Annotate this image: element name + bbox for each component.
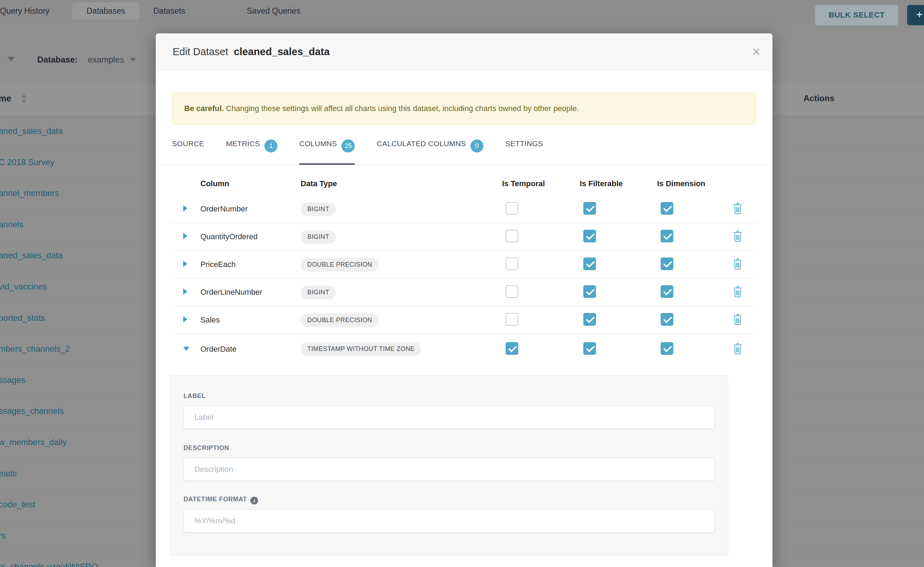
datetime-format-field-label: DATETIME FORMATi (184, 496, 258, 504)
delete-cell (732, 342, 756, 356)
dataset-link[interactable]: aned_sales_data (0, 250, 63, 260)
table-row: OrderLineNumber BIGINT (172, 279, 756, 306)
tab[interactable]: COLUMNS 25 (299, 134, 355, 165)
nav-item[interactable]: Databases (72, 3, 140, 20)
nav-item[interactable]: Query History (0, 0, 50, 22)
delete-cell (732, 202, 756, 216)
is-dimension-checkbox[interactable] (661, 202, 673, 214)
chevron-down-icon[interactable] (8, 57, 15, 61)
label-input[interactable] (184, 406, 715, 429)
screenshot-root: Databases Datasets Saved Queries Query H… (0, 0, 924, 567)
is-filterable-checkbox[interactable] (583, 202, 596, 214)
description-field-label: DESCRIPTION (184, 444, 229, 452)
nav-item-label: Saved Queries (247, 6, 300, 15)
is-temporal-checkbox[interactable] (506, 230, 518, 242)
name-column-header[interactable]: me (0, 93, 11, 104)
close-icon[interactable]: × (748, 44, 765, 60)
is-filterable-checkbox[interactable] (583, 285, 596, 298)
is-dimension-header: Is Dimension (657, 179, 732, 188)
dataset-link[interactable]: annel_members (0, 188, 59, 198)
is-dimension-checkbox[interactable] (661, 342, 673, 355)
trash-icon[interactable] (732, 342, 743, 354)
tab[interactable]: CALCULATED COLUMNS 0 (376, 134, 483, 165)
tab[interactable]: SOURCE (172, 134, 204, 165)
column-name: OrderDate (200, 345, 301, 354)
dataset-link[interactable]: ported_stats (0, 313, 45, 323)
data-type-cell: DOUBLE PRECISION (301, 314, 502, 327)
expand-caret-icon[interactable] (183, 347, 190, 351)
expand-caret-icon[interactable] (183, 316, 187, 322)
description-input[interactable] (184, 458, 715, 481)
expand-cell (172, 233, 200, 241)
is-filterable-checkbox[interactable] (583, 230, 596, 242)
is-dimension-cell (657, 285, 732, 299)
tab[interactable]: METRICS 1 (226, 134, 278, 165)
trash-icon[interactable] (732, 258, 743, 270)
dataset-link[interactable]: vid_vaccines (0, 282, 47, 292)
delete-cell (732, 286, 756, 299)
chevron-down-icon[interactable] (130, 58, 136, 62)
dataset-link[interactable]: aned_sales_data (0, 126, 63, 136)
expand-caret-icon[interactable] (183, 288, 187, 295)
data-type-pill: TIMESTAMP WITHOUT TIME ZONE (301, 342, 421, 356)
is-temporal-checkbox[interactable] (506, 342, 518, 355)
sort-icon[interactable] (21, 94, 27, 103)
label-field-label: LABEL (184, 392, 206, 400)
dataset-link[interactable]: ssages_channels (0, 406, 64, 416)
nav-item-label: Datasets (153, 6, 185, 15)
trash-icon[interactable] (732, 286, 743, 297)
tab[interactable]: SETTINGS (505, 134, 543, 165)
warning-banner: Be careful. Changing these settings will… (172, 92, 756, 125)
is-dimension-cell (657, 342, 732, 356)
nav-item[interactable]: Saved Queries (247, 0, 300, 22)
is-filterable-checkbox[interactable] (583, 313, 596, 326)
data-type-header: Data Type (301, 179, 502, 188)
dataset-link[interactable]: eads (0, 469, 17, 478)
is-dimension-checkbox[interactable] (661, 285, 673, 298)
dataset-link[interactable]: ssages (0, 375, 25, 385)
is-dimension-checkbox[interactable] (661, 258, 673, 270)
is-filterable-cell (580, 230, 657, 244)
dataset-link[interactable]: mbers_channels_2 (0, 344, 70, 354)
is-temporal-checkbox[interactable] (506, 258, 518, 270)
dataset-link[interactable]: code_test (0, 500, 35, 509)
dataset-link[interactable]: C 2018 Survey (0, 158, 54, 167)
is-dimension-checkbox[interactable] (661, 313, 673, 326)
is-filterable-checkbox[interactable] (583, 342, 596, 355)
bulk-select-button[interactable]: BULK SELECT (815, 5, 898, 25)
expand-caret-icon[interactable] (183, 233, 187, 239)
expand-cell (172, 288, 200, 296)
database-filter-value[interactable]: examples (88, 55, 124, 64)
is-temporal-cell (502, 202, 580, 216)
is-temporal-cell (502, 285, 580, 299)
is-temporal-cell (502, 313, 580, 327)
tab-count-badge: 1 (264, 140, 277, 153)
is-filterable-checkbox[interactable] (583, 258, 596, 270)
dataset-link[interactable]: w_members_daily (0, 437, 66, 447)
table-row: OrderDate TIMESTAMP WITHOUT TIME ZONE (172, 334, 756, 364)
tab-label: COLUMNS (299, 134, 337, 154)
tab-count-badge: 25 (342, 140, 355, 153)
is-temporal-checkbox[interactable] (506, 285, 518, 298)
is-dimension-checkbox[interactable] (661, 230, 673, 242)
add-dataset-button[interactable]: + (907, 5, 924, 25)
nav-item[interactable]: Datasets (153, 0, 185, 22)
datetime-format-input[interactable] (184, 509, 715, 532)
expand-caret-icon[interactable] (183, 261, 187, 267)
modal-header: Edit Dataset cleaned_sales_data × (156, 33, 772, 70)
dataset-link[interactable]: rs (0, 531, 6, 541)
trash-icon[interactable] (732, 314, 743, 325)
nav-item-label: Databases (86, 6, 125, 15)
delete-cell (732, 314, 756, 327)
trash-icon[interactable] (732, 202, 743, 214)
expand-caret-icon[interactable] (183, 205, 187, 212)
dataset-link[interactable]: rs_channels-uzooNNtSRO (0, 562, 98, 567)
column-detail-panel: LABEL DESCRIPTION DATETIME FORMATi (169, 375, 728, 556)
dataset-link[interactable]: annels (0, 220, 24, 230)
warning-banner-text: Changing these settings will affect all … (224, 104, 579, 113)
column-name: Sales (200, 315, 301, 325)
is-temporal-checkbox[interactable] (506, 202, 518, 214)
is-temporal-checkbox[interactable] (506, 313, 518, 326)
trash-icon[interactable] (732, 230, 743, 242)
data-type-pill: BIGINT (301, 286, 336, 299)
